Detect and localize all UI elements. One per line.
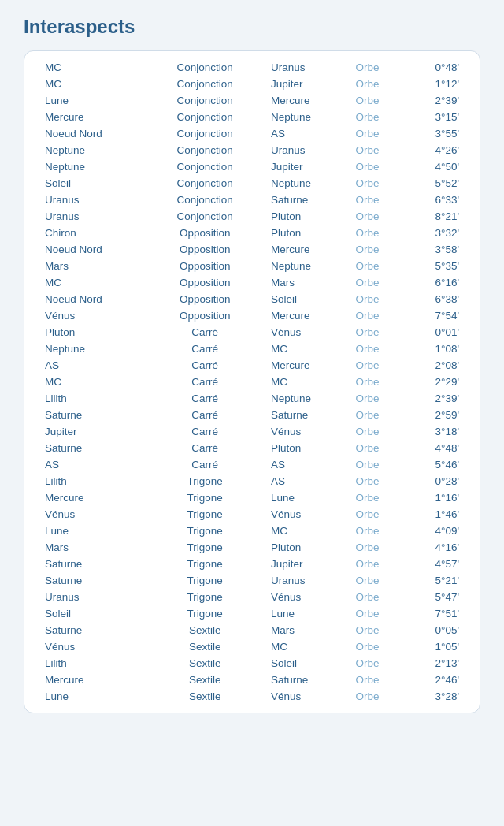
planet2-cell: Neptune — [266, 109, 351, 125]
planet1-cell: Neptune — [40, 142, 144, 158]
planet1-cell: Uranus — [40, 589, 144, 605]
aspect-cell: Conjonction — [144, 76, 266, 92]
orbe-label: Orbe — [351, 158, 398, 175]
orbe-label: Orbe — [351, 208, 398, 225]
planet1-cell: Mercure — [40, 489, 144, 506]
planet2-cell: Mercure — [266, 92, 351, 109]
table-row: Vénus Opposition Mercure Orbe 7°54' — [40, 307, 464, 324]
aspect-cell: Carré — [144, 390, 266, 407]
orbe-label: Orbe — [351, 622, 398, 638]
aspect-cell: Conjonction — [144, 92, 266, 109]
orbe-label: Orbe — [351, 539, 398, 556]
aspect-cell: Trigone — [144, 572, 266, 589]
table-row: Mercure Trigone Lune Orbe 1°16' — [40, 489, 464, 506]
planet1-cell: Jupiter — [40, 423, 144, 440]
planet2-cell: Saturne — [266, 672, 351, 688]
orbe-value: 2°39' — [398, 92, 464, 109]
orbe-value: 7°51' — [398, 605, 464, 622]
planet2-cell: MC — [266, 523, 351, 539]
planet1-cell: Soleil — [40, 175, 144, 192]
orbe-label: Orbe — [351, 192, 398, 208]
orbe-label: Orbe — [351, 655, 398, 672]
aspect-cell: Conjonction — [144, 192, 266, 208]
orbe-value: 6°38' — [398, 291, 464, 307]
orbe-value: 2°46' — [398, 672, 464, 688]
orbe-label: Orbe — [351, 374, 398, 390]
aspect-cell: Sextile — [144, 688, 266, 705]
planet1-cell: Saturne — [40, 440, 144, 456]
table-row: Chiron Opposition Pluton Orbe 3°32' — [40, 225, 464, 241]
planet1-cell: Vénus — [40, 638, 144, 655]
table-row: Uranus Conjonction Pluton Orbe 8°21' — [40, 208, 464, 225]
planet2-cell: Saturne — [266, 192, 351, 208]
table-row: Uranus Trigone Vénus Orbe 5°47' — [40, 589, 464, 605]
planet2-cell: Uranus — [266, 142, 351, 158]
planet1-cell: Mercure — [40, 672, 144, 688]
orbe-label: Orbe — [351, 390, 398, 407]
table-row: Jupiter Carré Vénus Orbe 3°18' — [40, 423, 464, 440]
table-row: Noeud Nord Opposition Soleil Orbe 6°38' — [40, 291, 464, 307]
planet2-cell: Jupiter — [266, 76, 351, 92]
aspect-cell: Sextile — [144, 655, 266, 672]
planet2-cell: Mars — [266, 622, 351, 638]
orbe-value: 3°32' — [398, 225, 464, 241]
aspect-cell: Carré — [144, 456, 266, 473]
planet1-cell: Mercure — [40, 109, 144, 125]
orbe-value: 1°08' — [398, 340, 464, 357]
planet2-cell: Mercure — [266, 307, 351, 324]
aspect-cell: Trigone — [144, 589, 266, 605]
planet1-cell: MC — [40, 374, 144, 390]
orbe-value: 0°01' — [398, 324, 464, 340]
table-row: Neptune Conjonction Uranus Orbe 4°26' — [40, 142, 464, 158]
aspect-cell: Carré — [144, 340, 266, 357]
aspect-cell: Opposition — [144, 241, 266, 258]
planet2-cell: Uranus — [266, 572, 351, 589]
orbe-label: Orbe — [351, 59, 398, 76]
aspect-cell: Opposition — [144, 258, 266, 274]
planet2-cell: Pluton — [266, 440, 351, 456]
orbe-label: Orbe — [351, 357, 398, 374]
orbe-label: Orbe — [351, 291, 398, 307]
planet2-cell: Neptune — [266, 390, 351, 407]
planet1-cell: Lune — [40, 92, 144, 109]
orbe-value: 6°33' — [398, 192, 464, 208]
orbe-label: Orbe — [351, 456, 398, 473]
planet2-cell: Neptune — [266, 175, 351, 192]
aspect-cell: Trigone — [144, 556, 266, 572]
table-row: Lilith Trigone AS Orbe 0°28' — [40, 473, 464, 489]
planet2-cell: Jupiter — [266, 556, 351, 572]
orbe-label: Orbe — [351, 688, 398, 705]
orbe-label: Orbe — [351, 523, 398, 539]
aspect-cell: Trigone — [144, 506, 266, 523]
aspect-cell: Opposition — [144, 225, 266, 241]
planet1-cell: Vénus — [40, 506, 144, 523]
table-row: Neptune Conjonction Jupiter Orbe 4°50' — [40, 158, 464, 175]
planet1-cell: MC — [40, 274, 144, 291]
planet2-cell: Mars — [266, 274, 351, 291]
orbe-label: Orbe — [351, 324, 398, 340]
aspect-cell: Carré — [144, 324, 266, 340]
table-row: Vénus Trigone Vénus Orbe 1°46' — [40, 506, 464, 523]
table-row: Uranus Conjonction Saturne Orbe 6°33' — [40, 192, 464, 208]
orbe-label: Orbe — [351, 76, 398, 92]
orbe-label: Orbe — [351, 506, 398, 523]
planet2-cell: Vénus — [266, 688, 351, 705]
orbe-value: 1°16' — [398, 489, 464, 506]
planet1-cell: Uranus — [40, 208, 144, 225]
planet1-cell: Lune — [40, 688, 144, 705]
aspect-cell: Trigone — [144, 523, 266, 539]
planet1-cell: MC — [40, 59, 144, 76]
planet1-cell: AS — [40, 357, 144, 374]
table-row: MC Carré MC Orbe 2°29' — [40, 374, 464, 390]
aspect-cell: Trigone — [144, 473, 266, 489]
orbe-value: 0°05' — [398, 622, 464, 638]
aspect-cell: Sextile — [144, 672, 266, 688]
planet2-cell: MC — [266, 340, 351, 357]
planet2-cell: AS — [266, 456, 351, 473]
orbe-value: 4°57' — [398, 556, 464, 572]
orbe-value: 5°46' — [398, 456, 464, 473]
orbe-label: Orbe — [351, 638, 398, 655]
planet1-cell: AS — [40, 456, 144, 473]
orbe-label: Orbe — [351, 175, 398, 192]
table-row: Pluton Carré Vénus Orbe 0°01' — [40, 324, 464, 340]
